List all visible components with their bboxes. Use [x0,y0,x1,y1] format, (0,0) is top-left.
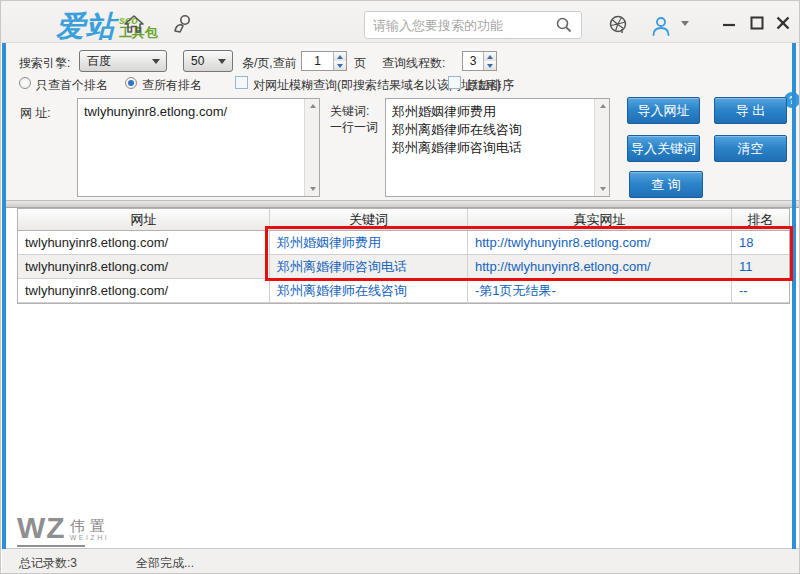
function-search-input[interactable] [373,18,555,33]
table-row: twlyhunyinr8.etlong.com/郑州离婚律师咨询电话http:/… [18,255,789,279]
table-cell-url: twlyhunyinr8.etlong.com/ [18,231,270,255]
table-cell-url: twlyhunyinr8.etlong.com/ [18,255,270,279]
network-globe-icon[interactable] [607,14,629,34]
per-page-label: 条/页,查前 [242,55,297,72]
checkbox-original-order-label[interactable]: 原始排序 [466,77,514,94]
page-count-up[interactable] [334,52,346,61]
table-header-cell[interactable]: 真实网址 [468,209,732,231]
search-engine-label: 搜索引擎: [19,55,70,72]
account-caret-icon[interactable] [681,21,703,41]
checkbox-fuzzy-match[interactable] [235,76,248,89]
statusbar: 总记录数:3 全部完成... [2,548,800,574]
chevron-down-icon [152,59,160,64]
table-row: twlyhunyinr8.etlong.com/郑州婚姻律师费用http://t… [18,231,789,255]
table-cell-real_url[interactable]: -第1页无结果- [468,279,732,303]
logo-text-main: 爱站 [56,7,116,47]
scroll-down-icon[interactable] [305,182,320,196]
home-icon[interactable] [123,14,145,34]
threads-up[interactable] [484,52,496,61]
table-header-row: 网址关键词真实网址排名 [18,209,789,231]
search-engine-value: 百度 [87,53,111,70]
page-count-down[interactable] [334,61,346,70]
per-page-select[interactable]: 50 [183,50,233,72]
radio-all-ranks-label[interactable]: 查所有排名 [142,77,202,94]
account-icon[interactable] [649,14,671,34]
table-cell-rank[interactable]: 18 [732,231,789,255]
checkbox-original-order[interactable] [448,76,461,89]
import-keywords-button[interactable]: 导入关键词 [627,135,700,162]
chevron-down-icon [218,59,226,64]
table-cell-keyword[interactable]: 郑州离婚律师咨询电话 [270,255,468,279]
keyword-line: 郑州婚姻律师费用 [392,103,589,121]
maximize-button[interactable] [747,14,767,32]
import-urls-button[interactable]: 导入网址 [627,97,700,124]
table-cell-rank[interactable]: 11 [732,255,789,279]
table-cell-rank[interactable]: -- [732,279,789,303]
table-cell-url: twlyhunyinr8.etlong.com/ [18,279,270,303]
table-header-cell[interactable]: 网址 [18,209,270,231]
keywords-label: 关键词: [330,103,369,120]
radio-all-ranks[interactable] [125,77,137,89]
keywords-textarea[interactable]: 郑州婚姻律师费用郑州离婚律师在线咨询郑州离婚律师咨询电话 [385,98,610,197]
search-icon[interactable] [555,16,573,34]
keywords-scrollbar[interactable] [594,99,609,196]
watermark-name: 伟置 [70,517,110,534]
threads-down[interactable] [484,61,496,70]
window-edge-left [2,43,6,549]
url-textarea[interactable]: twlyhunyinr8.etlong.com/ [77,98,320,197]
table-cell-real_url[interactable]: http://twlyhunyinr8.etlong.com/ [468,255,732,279]
minimize-button[interactable] [719,14,739,32]
query-button[interactable]: 查 询 [629,171,703,198]
keywords-textarea-value: 郑州婚姻律师费用郑州离婚律师在线咨询郑州离婚律师咨询电话 [392,103,589,157]
threads-value[interactable]: 3 [463,52,483,70]
table-header-cell[interactable]: 排名 [732,209,789,231]
url-textarea-value: twlyhunyinr8.etlong.com/ [84,103,299,121]
watermark-wz: WZ [17,513,66,543]
panel-splitter[interactable] [2,200,800,208]
watermark: WZ 伟置 WEIZHI [17,513,110,547]
total-records-label: 总记录数:3 [19,555,77,572]
status-text: 全部完成... [136,555,194,572]
threads-label: 查询线程数: [382,55,445,72]
per-page-value: 50 [191,54,204,68]
watermark-sub: WEIZHI [70,534,110,542]
app-window: 爱站 seo 工具包 [0,0,800,574]
url-label: 网 址: [20,105,51,122]
keyword-line: 郑州离婚律师咨询电话 [392,139,589,157]
export-button[interactable]: 导 出 [714,97,787,124]
user-stamp-icon[interactable] [171,14,193,34]
table-header-cell[interactable]: 关键词 [270,209,468,231]
table-cell-real_url[interactable]: http://twlyhunyinr8.etlong.com/ [468,231,732,255]
clear-button[interactable]: 清空 [714,135,787,162]
radio-first-rank[interactable] [19,77,31,89]
page-suffix-label: 页 [354,55,366,72]
close-button[interactable] [773,14,793,32]
scroll-down-icon[interactable] [595,182,610,196]
scroll-up-icon[interactable] [595,99,610,113]
page-count-value[interactable]: 1 [302,52,333,70]
url-scrollbar[interactable] [304,99,319,196]
radio-first-rank-label[interactable]: 只查首个排名 [36,77,108,94]
search-engine-select[interactable]: 百度 [79,50,167,72]
scroll-up-icon[interactable] [305,99,320,113]
threads-stepper: 3 [462,51,497,71]
table-cell-keyword[interactable]: 郑州离婚律师在线咨询 [270,279,468,303]
keyword-line: 郑州离婚律师在线咨询 [392,121,589,139]
window-edge-right [792,43,796,549]
results-area: 网址关键词真实网址排名twlyhunyinr8.etlong.com/郑州婚姻律… [2,208,800,548]
page-count-stepper: 1 [301,51,347,71]
query-control-panel: 搜索引擎: 百度 50 条/页,查前 1 页 查询线程数: 3 ? 只查首个排名… [2,43,800,201]
table-cell-keyword[interactable]: 郑州婚姻律师费用 [270,231,468,255]
table-row: twlyhunyinr8.etlong.com/郑州离婚律师在线咨询-第1页无结… [18,279,789,303]
checkbox-fuzzy-match-label[interactable]: 对网址模糊查询(即搜索结果域名以该网址结尾) [253,77,501,94]
keywords-sublabel: 一行一词 [330,119,378,136]
function-search [364,11,582,39]
titlebar: 爱站 seo 工具包 [1,1,800,43]
results-table: 网址关键词真实网址排名twlyhunyinr8.etlong.com/郑州婚姻律… [17,208,790,304]
